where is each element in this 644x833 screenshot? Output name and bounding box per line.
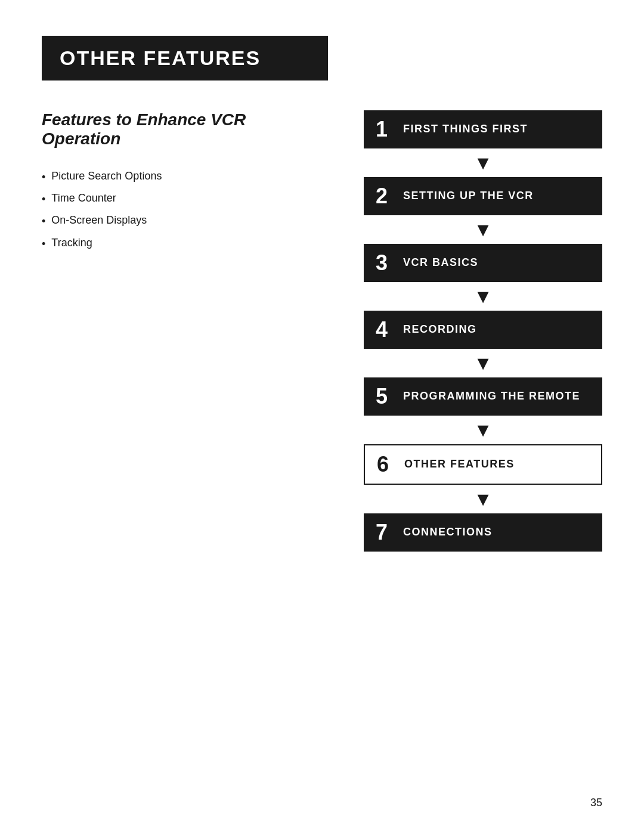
nav-step-6: 6OTHER FEATURES — [364, 444, 602, 485]
arrow-icon: ▼ — [473, 490, 493, 509]
nav-step-7: 7CONNECTIONS — [364, 513, 602, 552]
step-label-2: SETTING UP THE VCR — [403, 189, 534, 203]
step-label-4: RECORDING — [403, 323, 477, 336]
bullet-item: Time Counter — [42, 188, 328, 210]
step-block-2: 2SETTING UP THE VCR — [364, 177, 602, 215]
step-number-6: 6 — [377, 454, 395, 475]
page-number: 35 — [590, 797, 602, 809]
step-arrow-3: ▼ — [364, 349, 602, 377]
bullet-item: Tracking — [42, 233, 328, 255]
page-container: OTHER FEATURES Features to Enhance VCR O… — [0, 0, 644, 833]
step-label-3: VCR BASICS — [403, 256, 478, 270]
bullet-item: Picture Search Options — [42, 166, 328, 188]
step-arrow-2: ▼ — [364, 282, 602, 311]
header-banner: OTHER FEATURES — [42, 36, 328, 80]
step-arrow-4: ▼ — [364, 416, 602, 444]
step-block-6: 6OTHER FEATURES — [364, 444, 602, 485]
arrow-icon: ▼ — [473, 153, 493, 172]
step-number-4: 4 — [376, 319, 394, 340]
step-number-3: 3 — [376, 252, 394, 274]
step-block-3: 3VCR BASICS — [364, 244, 602, 282]
section-title: Features to Enhance VCR Operation — [42, 110, 328, 148]
step-label-7: CONNECTIONS — [403, 525, 493, 539]
arrow-icon: ▼ — [473, 420, 493, 439]
step-number-7: 7 — [376, 522, 394, 543]
step-block-4: 4RECORDING — [364, 311, 602, 349]
right-column: 1FIRST THINGS FIRST▼2SETTING UP THE VCR▼… — [364, 110, 602, 552]
bullet-list: Picture Search OptionsTime CounterOn-Scr… — [42, 166, 328, 255]
bullet-item: On-Screen Displays — [42, 210, 328, 233]
arrow-icon: ▼ — [473, 220, 493, 239]
main-content: Features to Enhance VCR Operation Pictur… — [42, 110, 602, 552]
step-number-2: 2 — [376, 185, 394, 207]
step-block-5: 5PROGRAMMING THE REMOTE — [364, 377, 602, 416]
step-number-1: 1 — [376, 119, 394, 140]
step-label-5: PROGRAMMING THE REMOTE — [403, 389, 580, 403]
nav-step-2: 2SETTING UP THE VCR — [364, 177, 602, 215]
nav-step-4: 4RECORDING — [364, 311, 602, 349]
step-label-6: OTHER FEATURES — [404, 457, 515, 471]
page-title: OTHER FEATURES — [60, 47, 310, 70]
step-block-1: 1FIRST THINGS FIRST — [364, 110, 602, 148]
step-number-5: 5 — [376, 386, 394, 407]
arrow-icon: ▼ — [473, 354, 493, 373]
nav-step-5: 5PROGRAMMING THE REMOTE — [364, 377, 602, 416]
step-arrow-0: ▼ — [364, 148, 602, 177]
nav-step-3: 3VCR BASICS — [364, 244, 602, 282]
step-label-1: FIRST THINGS FIRST — [403, 122, 528, 136]
step-block-7: 7CONNECTIONS — [364, 513, 602, 552]
arrow-icon: ▼ — [473, 287, 493, 306]
left-column: Features to Enhance VCR Operation Pictur… — [42, 110, 328, 255]
step-arrow-1: ▼ — [364, 215, 602, 244]
nav-step-1: 1FIRST THINGS FIRST — [364, 110, 602, 148]
step-arrow-5: ▼ — [364, 485, 602, 513]
